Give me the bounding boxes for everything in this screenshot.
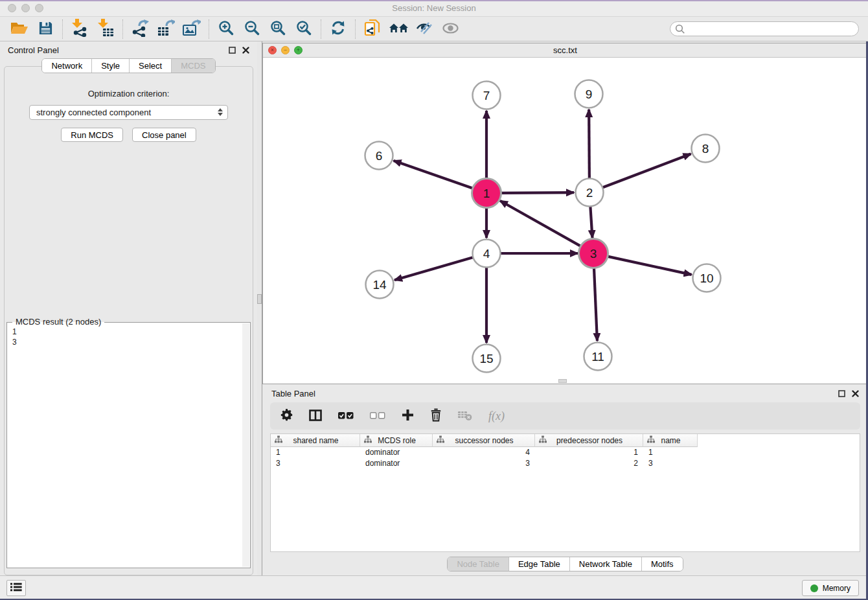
tab-node-table[interactable]: Node Table: [448, 557, 508, 571]
run-mcds-button[interactable]: Run MCDS: [61, 128, 123, 142]
table-cell[interactable]: 1: [271, 447, 360, 458]
tab-network[interactable]: Network: [42, 59, 91, 73]
edge-1-6[interactable]: [394, 161, 474, 189]
hide-selected-button[interactable]: [411, 19, 437, 40]
save-session-button[interactable]: [32, 19, 58, 40]
maximize-window-button[interactable]: [35, 4, 43, 12]
table-panel-header: Table Panel: [262, 384, 868, 402]
minimize-window-button[interactable]: [21, 4, 30, 12]
tab-motifs[interactable]: Motifs: [641, 557, 683, 571]
show-all-button[interactable]: [437, 19, 463, 40]
node-table[interactable]: shared nameMCDS rolesuccessor nodesprede…: [270, 433, 860, 552]
edge-3-10[interactable]: [607, 257, 691, 275]
zoom-fit-button[interactable]: [265, 19, 291, 40]
network-minimize-button[interactable]: −: [281, 46, 290, 54]
column-header-shared-name[interactable]: shared name: [271, 434, 360, 447]
column-header-predecessor-nodes[interactable]: predecessor nodes: [535, 434, 643, 447]
column-header-name[interactable]: name: [643, 434, 698, 447]
export-image-button[interactable]: [179, 19, 205, 40]
node-3[interactable]: 3: [579, 239, 608, 268]
network-graph[interactable]: 7968124314101511: [263, 58, 867, 384]
column-header-MCDS-role[interactable]: MCDS role: [360, 434, 433, 447]
table-cell[interactable]: 1: [535, 447, 643, 458]
deselect-all-checks-button[interactable]: [370, 411, 385, 421]
table-cell[interactable]: 4: [433, 447, 535, 458]
zoom-out-button[interactable]: [239, 19, 265, 40]
open-session-button[interactable]: [6, 19, 32, 40]
export-network-button[interactable]: [127, 19, 153, 40]
close-mcds-panel-button[interactable]: Close panel: [132, 128, 196, 142]
clone-network-button[interactable]: [360, 19, 385, 40]
delete-table-button[interactable]: [458, 410, 472, 422]
network-canvas[interactable]: 7968124314101511: [263, 58, 867, 384]
table-cell[interactable]: 3: [271, 458, 360, 469]
window-edge-top: [0, 0, 868, 1]
task-history-button[interactable]: [6, 580, 26, 596]
close-window-button[interactable]: [8, 4, 16, 12]
edge-2-8[interactable]: [603, 154, 691, 188]
search-input[interactable]: [670, 21, 859, 36]
delete-column-button[interactable]: [430, 408, 442, 424]
table-settings-button[interactable]: [280, 409, 293, 423]
tab-network-table[interactable]: Network Table: [569, 557, 641, 571]
edge-2-3[interactable]: [590, 207, 592, 238]
close-panel-button[interactable]: [242, 47, 249, 54]
node-1[interactable]: 1: [472, 179, 501, 208]
column-header-successor-nodes[interactable]: successor nodes: [433, 434, 535, 447]
select-all-checks-button[interactable]: [338, 411, 354, 421]
window-controls: [8, 4, 43, 12]
vertical-splitter[interactable]: [257, 41, 262, 575]
edge-3-1[interactable]: [500, 201, 581, 246]
node-10[interactable]: 10: [693, 264, 721, 292]
show-columns-button[interactable]: [309, 410, 322, 423]
export-table-button[interactable]: [153, 19, 179, 40]
tab-mcds[interactable]: MCDS: [171, 59, 214, 73]
mcds-result-item[interactable]: 3: [12, 337, 249, 347]
float-panel-button[interactable]: [229, 47, 236, 54]
float-table-panel-button[interactable]: [838, 390, 845, 397]
tab-edge-table[interactable]: Edge Table: [508, 557, 569, 571]
node-6[interactable]: 6: [365, 142, 393, 170]
memory-button[interactable]: Memory: [802, 580, 859, 596]
node-11[interactable]: 11: [584, 343, 612, 371]
tab-style[interactable]: Style: [91, 59, 129, 73]
edge-4-14[interactable]: [394, 257, 473, 280]
splitter-grip[interactable]: [257, 294, 262, 304]
result-scrollbar[interactable]: [242, 323, 249, 567]
table-cell[interactable]: 3: [643, 458, 698, 469]
node-8[interactable]: 8: [692, 135, 720, 163]
table-row[interactable]: 1dominator411: [271, 447, 860, 458]
node-4[interactable]: 4: [473, 240, 501, 268]
add-column-button[interactable]: [402, 409, 414, 423]
node-15[interactable]: 15: [473, 345, 501, 373]
import-table-button[interactable]: [93, 19, 119, 40]
edge-3-11[interactable]: [594, 268, 597, 341]
plus-icon: [402, 409, 414, 423]
search-icon: [675, 24, 685, 36]
edge-1-2[interactable]: [501, 192, 574, 193]
node-2[interactable]: 2: [576, 179, 604, 207]
criterion-select[interactable]: strongly connected component: [29, 105, 228, 120]
tab-select[interactable]: Select: [129, 59, 171, 73]
mcds-result-item[interactable]: 1: [12, 327, 249, 337]
table-cell[interactable]: 2: [535, 458, 643, 469]
node-9[interactable]: 9: [575, 80, 603, 108]
function-builder-button[interactable]: f(x): [488, 410, 505, 423]
network-maximize-button[interactable]: +: [294, 46, 303, 54]
home-layout-button[interactable]: [385, 19, 411, 40]
import-network-button[interactable]: [67, 19, 93, 40]
table-row[interactable]: 3dominator323: [271, 458, 860, 469]
table-cell[interactable]: 1: [643, 447, 698, 458]
node-14[interactable]: 14: [366, 271, 394, 299]
edge-2-9[interactable]: [589, 110, 589, 178]
zoom-selected-button[interactable]: [291, 19, 317, 40]
refresh-view-button[interactable]: [325, 19, 351, 40]
table-cell[interactable]: dominator: [360, 447, 433, 458]
close-table-panel-button[interactable]: [852, 390, 859, 397]
zoom-in-button[interactable]: [213, 19, 239, 40]
network-close-button[interactable]: ×: [268, 46, 277, 54]
table-cell[interactable]: dominator: [360, 458, 433, 469]
canvas-grip[interactable]: [558, 379, 567, 383]
node-7[interactable]: 7: [473, 82, 501, 110]
table-cell[interactable]: 3: [433, 458, 535, 469]
